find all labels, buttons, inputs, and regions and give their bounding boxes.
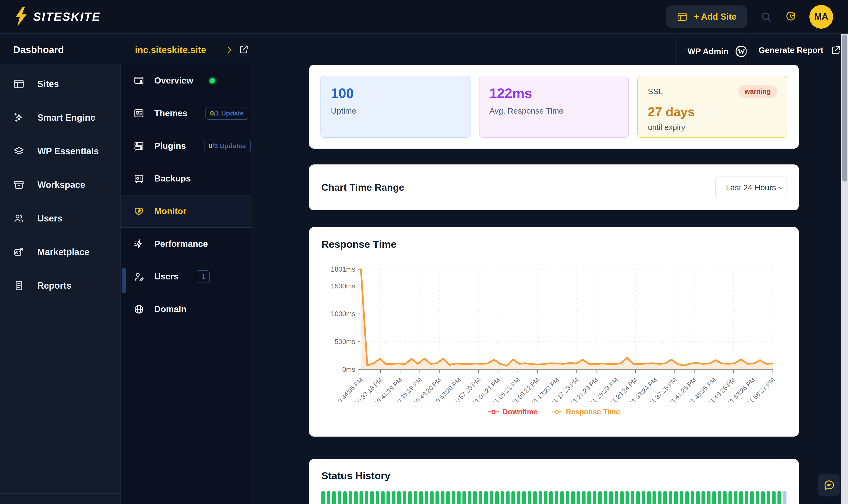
status-bar-up[interactable]: [468, 491, 471, 504]
status-bar-up[interactable]: [457, 491, 461, 504]
status-bar-up[interactable]: [419, 491, 423, 504]
status-bar-up[interactable]: [739, 491, 743, 504]
chevron-right-icon[interactable]: [224, 45, 234, 55]
status-bar-up[interactable]: [517, 491, 520, 504]
scroll-indicator[interactable]: [122, 268, 126, 293]
status-bar-up[interactable]: [685, 491, 689, 504]
status-bar-up[interactable]: [506, 491, 509, 504]
add-site-button[interactable]: + Add Site: [666, 5, 747, 28]
status-bar-up[interactable]: [766, 491, 770, 504]
status-bar-up[interactable]: [772, 491, 776, 504]
status-bar-up[interactable]: [609, 491, 613, 504]
avatar[interactable]: MA: [809, 5, 833, 29]
history-clock-icon[interactable]: [785, 11, 797, 23]
generate-report-button[interactable]: Generate Report: [759, 45, 841, 56]
status-bar-up[interactable]: [631, 491, 634, 504]
site-menu-item-plugins[interactable]: Plugins0/3 Updates: [121, 130, 252, 162]
status-bar-up[interactable]: [723, 491, 726, 504]
status-bar-up[interactable]: [712, 491, 716, 504]
status-bar-up[interactable]: [381, 491, 384, 504]
status-bar-up[interactable]: [349, 491, 352, 504]
status-bar-up[interactable]: [408, 491, 412, 504]
status-bar-up[interactable]: [718, 491, 721, 504]
status-bar-up[interactable]: [745, 491, 748, 504]
status-bar-up[interactable]: [761, 491, 765, 504]
chat-button[interactable]: [818, 474, 841, 497]
status-bar-up[interactable]: [707, 491, 710, 504]
status-bar-up[interactable]: [386, 491, 390, 504]
status-bar-up[interactable]: [734, 491, 738, 504]
status-bar-up[interactable]: [777, 491, 781, 504]
legend-item-response-time[interactable]: Response Time: [551, 408, 620, 416]
sidebar-item-marketplace[interactable]: Marketplace: [0, 235, 120, 269]
sidebar-item-wp-essentials[interactable]: WP Essentials: [0, 134, 120, 168]
status-bar-up[interactable]: [479, 491, 482, 504]
status-bar-up[interactable]: [555, 491, 558, 504]
status-bar-up[interactable]: [636, 491, 640, 504]
status-bar-up[interactable]: [582, 491, 585, 504]
site-menu-item-domain[interactable]: Domain: [121, 293, 252, 326]
status-bar-up[interactable]: [435, 491, 439, 504]
site-menu-item-themes[interactable]: Themes0/1 Update: [121, 97, 252, 130]
vertical-scrollbar[interactable]: [841, 34, 848, 504]
breadcrumb-site-domain[interactable]: inc.siteskite.site: [135, 45, 206, 55]
status-bar-up[interactable]: [783, 491, 787, 504]
status-bar-up[interactable]: [360, 491, 363, 504]
status-bar-up[interactable]: [452, 491, 455, 504]
sidebar-item-sites[interactable]: Sites: [0, 67, 120, 101]
status-bar-up[interactable]: [441, 491, 445, 504]
status-bar-up[interactable]: [327, 491, 330, 504]
status-bar-up[interactable]: [403, 491, 407, 504]
status-bar-up[interactable]: [544, 491, 547, 504]
status-bar-up[interactable]: [321, 491, 325, 504]
status-bar-up[interactable]: [463, 491, 466, 504]
wp-admin-button[interactable]: WP Admin W: [688, 45, 748, 58]
status-bar-up[interactable]: [593, 491, 596, 504]
status-bar-up[interactable]: [473, 491, 477, 504]
status-bar-up[interactable]: [566, 491, 569, 504]
status-bar-up[interactable]: [376, 491, 379, 504]
status-bar-up[interactable]: [370, 491, 374, 504]
status-bar-up[interactable]: [702, 491, 705, 504]
search-icon[interactable]: [760, 11, 772, 23]
status-bar-up[interactable]: [663, 491, 667, 504]
status-bar-up[interactable]: [484, 491, 488, 504]
status-bar-up[interactable]: [658, 491, 662, 504]
status-bar-up[interactable]: [674, 491, 678, 504]
legend-item-downtime[interactable]: Downtime: [488, 408, 538, 416]
status-bar-up[interactable]: [425, 491, 428, 504]
status-bar-up[interactable]: [588, 491, 591, 504]
status-bar-up[interactable]: [652, 491, 656, 504]
site-menu-item-overview[interactable]: Overview: [121, 65, 252, 97]
status-bar-up[interactable]: [750, 491, 754, 504]
site-menu-item-users[interactable]: Users1: [121, 260, 252, 293]
status-bar-up[interactable]: [756, 491, 759, 504]
external-link-icon[interactable]: [238, 44, 249, 55]
status-bar-up[interactable]: [332, 491, 336, 504]
status-bar-up[interactable]: [354, 491, 358, 504]
status-bar-up[interactable]: [343, 491, 347, 504]
status-bar-up[interactable]: [490, 491, 493, 504]
status-bar-up[interactable]: [680, 491, 683, 504]
site-menu-item-monitor[interactable]: Monitor: [121, 195, 252, 228]
status-bar-up[interactable]: [696, 491, 700, 504]
sidebar-item-reports[interactable]: Reports: [0, 269, 120, 302]
status-bar-up[interactable]: [604, 491, 607, 504]
status-bar-up[interactable]: [392, 491, 396, 504]
status-bar-up[interactable]: [647, 491, 651, 504]
status-bar-up[interactable]: [446, 491, 450, 504]
status-bar-up[interactable]: [549, 491, 553, 504]
status-bar-up[interactable]: [430, 491, 434, 504]
brand-logo[interactable]: SITESKITE: [14, 7, 101, 27]
status-bar-up[interactable]: [691, 491, 694, 504]
status-bar-up[interactable]: [669, 491, 672, 504]
status-bar-up[interactable]: [626, 491, 629, 504]
time-range-select[interactable]: Last 24 Hours: [716, 177, 787, 198]
status-bar-up[interactable]: [365, 491, 368, 504]
status-bar-up[interactable]: [615, 491, 618, 504]
sidebar-item-workspace[interactable]: Workspace: [0, 168, 120, 202]
sidebar-item-smart-engine[interactable]: Smart Engine: [0, 101, 120, 134]
status-bar-up[interactable]: [728, 491, 732, 504]
status-bar-up[interactable]: [598, 491, 602, 504]
site-menu-item-performance[interactable]: Performance: [121, 228, 252, 260]
